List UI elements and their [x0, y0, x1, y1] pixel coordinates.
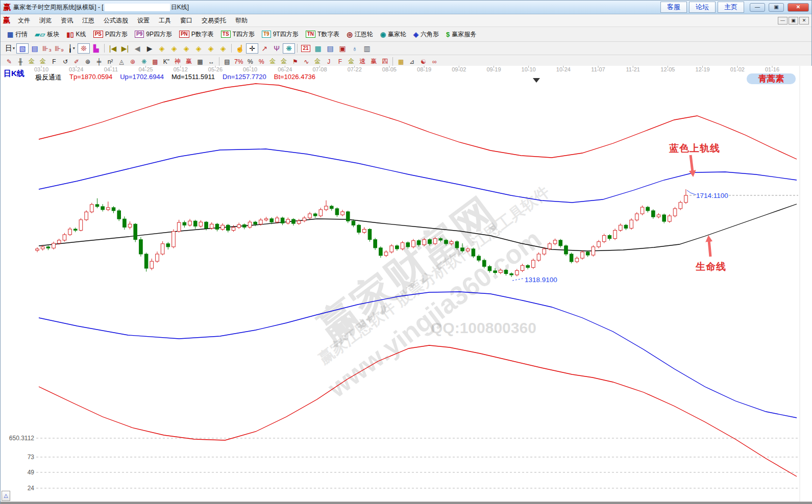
forum-button[interactable]: 论坛	[689, 2, 716, 13]
pattern-icon[interactable]: ❊	[78, 43, 90, 54]
bars9-icon[interactable]: ⊪₉	[53, 43, 65, 54]
calendar-icon[interactable]: 21	[300, 43, 312, 54]
diamond-expand-icon[interactable]: ◈	[180, 43, 192, 54]
si-angle-icon[interactable]: 四	[379, 57, 390, 66]
menu-browse[interactable]: 浏览	[35, 15, 56, 26]
angle-j-icon[interactable]: J	[323, 57, 334, 66]
9p-square-button[interactable]: P99P四方形	[131, 29, 176, 40]
prev-bar-icon[interactable]: ◀	[131, 43, 143, 54]
ying-angle-icon[interactable]: 赢	[368, 57, 379, 66]
cycle-ticks-icon[interactable]: ⊕	[82, 57, 93, 66]
child-minimize-button[interactable]: —	[778, 17, 788, 24]
pan-hand-icon[interactable]: ☝	[234, 43, 246, 54]
menu-window[interactable]: 窗口	[176, 15, 197, 26]
expand-pane-button[interactable]: △	[2, 491, 10, 501]
winner-service-button[interactable]: $赢家服务	[442, 29, 480, 40]
ying-icon[interactable]: 赢	[183, 57, 194, 66]
chart-canvas[interactable]: 650.31127349241714.11001318.9100青蒿素蓝色上轨线…	[1, 66, 812, 504]
trend-stat-icon[interactable]: ⊿	[406, 57, 417, 66]
n-square-icon[interactable]: n²	[105, 57, 116, 66]
menu-help[interactable]: 帮助	[231, 15, 252, 26]
menu-formula-picker[interactable]: 公式选股	[99, 15, 133, 26]
ruler123-icon[interactable]: ▦	[194, 57, 206, 66]
minimize-button[interactable]: —	[750, 3, 765, 12]
target-icon[interactable]: ⊕	[127, 57, 138, 66]
trend-line-icon[interactable]: ↗	[258, 43, 270, 54]
percent-levels-icon[interactable]: %	[256, 57, 267, 66]
child-restore-button[interactable]: ▣	[789, 17, 798, 24]
stats-list-icon[interactable]: ▤	[222, 57, 233, 66]
hexagon-button[interactable]: ◈六角形	[410, 29, 442, 40]
f-gate-icon[interactable]: F	[48, 57, 60, 66]
draw-pen-icon[interactable]: ✎	[4, 57, 15, 66]
restore-button[interactable]: ▣	[769, 3, 784, 12]
grid-web-icon[interactable]: ▩	[150, 57, 161, 66]
diamond-left-icon[interactable]: ◈	[156, 43, 168, 54]
bars3-icon[interactable]: ⊪₃	[41, 43, 53, 54]
angle-gold-icon[interactable]: 金	[346, 57, 357, 66]
angle-f-icon[interactable]: F	[334, 57, 346, 66]
yinyang-icon[interactable]: ☯	[417, 57, 429, 66]
gold-gate2-icon[interactable]: 金	[37, 57, 48, 66]
diamond-all-icon[interactable]: ◈	[217, 43, 229, 54]
percent7-icon[interactable]: 7%	[233, 57, 244, 66]
percent-icon[interactable]: %	[244, 57, 256, 66]
gann-tool-icon[interactable]: Ψ	[270, 43, 283, 54]
sectors-button[interactable]: ▰▱板块	[31, 29, 63, 40]
info-panel-icon[interactable]: ▤	[29, 43, 41, 54]
smart-brain-icon[interactable]: ❋	[283, 43, 295, 54]
winner-wheel-button[interactable]: ◉赢家轮	[377, 29, 410, 40]
t-square-button[interactable]: TST四方形	[217, 29, 258, 40]
su-angle-icon[interactable]: 速	[357, 57, 368, 66]
ruler-ticks-icon[interactable]: ╪	[93, 57, 105, 66]
crosshair-icon[interactable]: ✛	[246, 43, 258, 54]
calculator-icon[interactable]: ▦	[312, 43, 324, 54]
diamond-right-icon[interactable]: ◈	[168, 43, 180, 54]
menu-gann[interactable]: 江恩	[78, 15, 99, 26]
kline-button[interactable]: ▮▯K线	[63, 29, 89, 40]
chart-window-icon[interactable]: ▧	[16, 43, 29, 54]
grid-gold-icon[interactable]: ▦	[395, 57, 406, 66]
diamond-plus-icon[interactable]: ◈	[205, 43, 217, 54]
menu-file[interactable]: 文件	[13, 15, 35, 26]
quotes-button[interactable]: ▦行情	[4, 29, 31, 40]
web-update-icon[interactable]: ♁	[349, 43, 361, 54]
gold-gate1-icon[interactable]: 金	[26, 57, 37, 66]
diamond-cross-icon[interactable]: ◈	[192, 43, 205, 54]
t-number-button[interactable]: TNT数字表	[302, 29, 343, 40]
menu-settings[interactable]: 设置	[133, 15, 154, 26]
gold3-icon[interactable]: 金	[312, 57, 323, 66]
menu-news[interactable]: 资讯	[56, 15, 78, 26]
save-icon[interactable]: ▣	[336, 43, 349, 54]
close-button[interactable]: ✕	[788, 3, 809, 12]
width-arrows-icon[interactable]: ↔	[206, 57, 217, 66]
homepage-button[interactable]: 主页	[718, 2, 744, 13]
gann-wheel-button[interactable]: ◎江恩轮	[343, 29, 376, 40]
shen-icon[interactable]: 神	[172, 57, 183, 66]
menu-trade-entrust[interactable]: 交易委托	[197, 15, 231, 26]
flag-pen-icon[interactable]: ⚑	[289, 57, 301, 66]
gold-levels-icon[interactable]: 金	[278, 57, 289, 66]
star-web-icon[interactable]: ❋	[138, 57, 150, 66]
gold-circle-icon[interactable]: 金	[267, 57, 278, 66]
horizontal-scrollbar[interactable]	[1, 501, 812, 504]
child-close-button[interactable]: ✕	[799, 17, 809, 24]
k-wave-icon[interactable]: K"	[161, 57, 172, 66]
wave-icon[interactable]: ∿	[301, 57, 312, 66]
last-bar-icon[interactable]: ▶|	[119, 43, 131, 54]
memo-icon[interactable]: ▤	[324, 43, 336, 54]
9t-square-button[interactable]: T99T四方形	[258, 29, 302, 40]
fence-icon[interactable]: ╫	[15, 57, 26, 66]
set-square-icon[interactable]: ◬	[116, 57, 127, 66]
histogram-icon[interactable]: ▙	[90, 43, 102, 54]
spiral-icon[interactable]: ↺	[60, 57, 71, 66]
pc-icon[interactable]: ▥	[361, 43, 373, 54]
red-pen-icon[interactable]: ✐	[71, 57, 82, 66]
candle-style-icon[interactable]: ╽▾	[65, 43, 78, 54]
period-daily-icon[interactable]: 日▾	[4, 43, 16, 54]
p-number-button[interactable]: PNP数字表	[176, 29, 217, 40]
menu-tools[interactable]: 工具	[154, 15, 176, 26]
customer-service-button[interactable]: 客服	[660, 2, 687, 13]
infinity-icon[interactable]: ∞	[429, 57, 440, 66]
first-bar-icon[interactable]: |◀	[107, 43, 119, 54]
